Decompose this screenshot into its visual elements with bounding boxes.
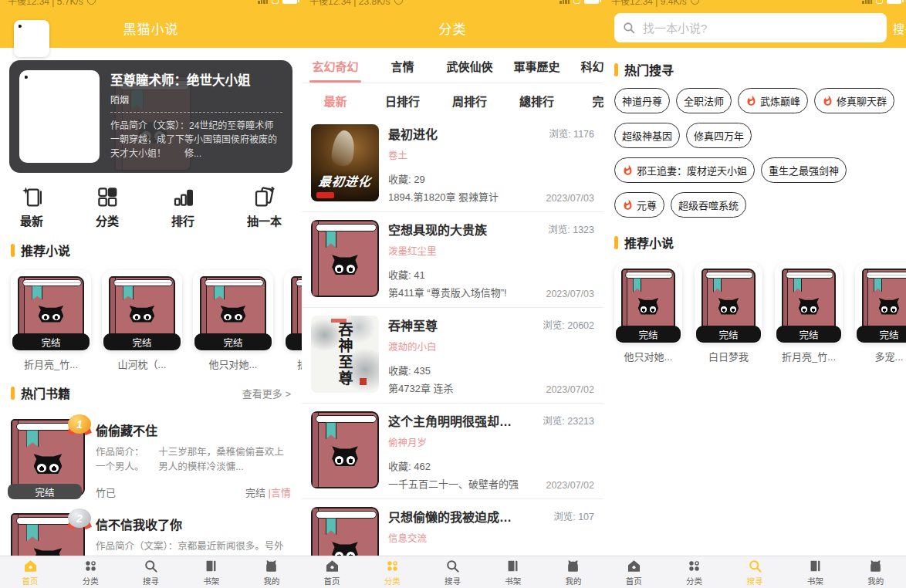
recommended-book-card[interactable]: 完结 折月亮_竹... bbox=[284, 270, 302, 371]
views-count: 浏览: 107 bbox=[553, 509, 594, 523]
sort-tab[interactable]: 周排行 bbox=[436, 83, 503, 117]
flame-icon bbox=[622, 199, 634, 211]
see-more-link[interactable]: 查看更多 > bbox=[242, 386, 291, 400]
search-input[interactable] bbox=[641, 21, 879, 35]
genre-tab[interactable]: 武俠仙俠 bbox=[436, 48, 503, 83]
search-box[interactable] bbox=[614, 13, 887, 42]
search-tag[interactable]: 超级神基因 bbox=[614, 123, 680, 148]
recommended-book-card[interactable]: 完结 多宠... bbox=[855, 262, 906, 363]
bottom-nav: 首页 分类 搜寻 书架 我的 bbox=[0, 556, 302, 588]
latest-chapter: 第4732章 连杀 bbox=[388, 380, 519, 395]
book-list-row[interactable]: 最初进化 最初进化 最初进化 卷土 收藏: 29 1894.第1820章 狠辣算… bbox=[302, 117, 603, 212]
nav-item[interactable]: 分类 bbox=[362, 556, 422, 588]
search-tag[interactable]: 超级吞噬系统 bbox=[671, 192, 746, 218]
nav-item[interactable]: 搜寻 bbox=[120, 556, 181, 588]
recommended-book-card[interactable]: 完结 他只对她... bbox=[193, 270, 273, 371]
recommended-book-card[interactable]: 完结 他只对她... bbox=[614, 262, 682, 363]
book-list-row[interactable]: 吞神至尊 吞神至尊 吞神至尊 渡劫的小白 收藏: 435 第4732章 连杀 浏… bbox=[302, 308, 603, 404]
nav-item[interactable]: 分类 bbox=[60, 556, 120, 588]
nav-item-label: 我的 bbox=[867, 575, 884, 586]
search-tag[interactable]: 修真聊天群 bbox=[814, 88, 894, 113]
genre-tab[interactable]: 玄幻奇幻 bbox=[302, 48, 369, 83]
recommended-books-row: 完结 折月亮_竹... 完结 山河枕（... bbox=[0, 267, 302, 371]
quick-nav-item[interactable]: 分类 bbox=[96, 185, 119, 228]
quick-nav-item[interactable]: 排行 bbox=[171, 185, 194, 228]
home-icon bbox=[23, 559, 38, 573]
section-accent-bar bbox=[11, 387, 15, 400]
search-tag-label: 修真四万年 bbox=[694, 128, 744, 143]
search-tag[interactable]: 元尊 bbox=[614, 192, 664, 218]
nav-item[interactable]: 书架 bbox=[483, 556, 543, 588]
bookmark-icon bbox=[26, 430, 39, 447]
section-header-recommended: 推荐小说 bbox=[614, 233, 895, 252]
genre-tab[interactable]: 科幻未來 bbox=[570, 48, 603, 83]
featured-book-card[interactable]: 至尊瞳术师：绝世大小姐 陌烟 作品简介（文案）：24世纪的至尊瞳术师一朝穿越，成… bbox=[9, 60, 292, 173]
nav-item[interactable]: 首页 bbox=[603, 556, 664, 588]
section-header-hot: 热门书籍 查看更多 > bbox=[11, 384, 291, 402]
status-badge: 完结 bbox=[103, 333, 181, 350]
quick-nav-item[interactable]: 最新 bbox=[20, 185, 43, 228]
status-bar: 午後12:34 | 23.8K/s bbox=[302, 0, 603, 8]
category-dots-icon bbox=[687, 559, 701, 573]
book-author: 渡劫的小白 bbox=[388, 339, 519, 353]
random-book-icon bbox=[252, 185, 276, 208]
nav-item[interactable]: 搜寻 bbox=[725, 556, 785, 588]
section-header-recommended: 推荐小说 bbox=[11, 241, 291, 259]
search-tag[interactable]: 重生之最强剑神 bbox=[761, 157, 847, 183]
sort-tab[interactable]: 日排行 bbox=[369, 83, 436, 117]
favorites-count: 收藏: 435 bbox=[388, 363, 519, 377]
nav-item-label: 首页 bbox=[22, 575, 39, 586]
quick-nav-item[interactable]: 抽一本 bbox=[247, 185, 282, 228]
recommended-book-card[interactable]: 完结 山河枕（... bbox=[102, 270, 182, 371]
nav-item[interactable]: 我的 bbox=[543, 556, 603, 588]
nav-item[interactable]: 分类 bbox=[664, 556, 724, 588]
book-list-row[interactable]: 空想具现的大贵族 泼墨红尘里 收藏: 41 第411章 “尊贵版入场信物”! 浏… bbox=[302, 212, 603, 308]
quick-nav-label: 最新 bbox=[20, 212, 43, 228]
section-accent-bar bbox=[614, 236, 618, 249]
nav-item[interactable]: 搜寻 bbox=[422, 556, 482, 588]
cat-book-cover bbox=[862, 269, 906, 333]
hot-book-item[interactable]: 完结 1 偷偷藏不住 作品简介： 十三岁那年，桑稚偷偷喜欢上一个男人。 男人的模… bbox=[0, 410, 302, 504]
search-tag[interactable]: 神道丹尊 bbox=[614, 88, 670, 113]
nav-item-label: 搜寻 bbox=[143, 575, 159, 586]
recommended-book-card[interactable]: 完结 白日梦我 bbox=[695, 262, 762, 363]
search-icon bbox=[622, 21, 636, 35]
nav-item[interactable]: 首页 bbox=[0, 556, 60, 588]
bookmark-icon bbox=[20, 26, 22, 28]
genre-tab[interactable]: 軍事歷史 bbox=[503, 48, 570, 83]
bookmark-icon bbox=[26, 77, 28, 79]
nav-item[interactable]: 书架 bbox=[785, 556, 845, 588]
network-icon bbox=[573, 0, 580, 4]
book-list-row[interactable]: 这个主角明明很强却异常... 偷神月岁 收藏: 462 一千五百二十一、破壁者的… bbox=[302, 404, 603, 499]
search-screen: 午後12:34 | 9.4K/s 搜寻 热门搜寻 bbox=[603, 0, 906, 588]
cat-book-cover bbox=[782, 269, 836, 333]
info-icon bbox=[691, 0, 699, 5]
search-tag[interactable]: 邪王追妻：废材逆天小姐 bbox=[614, 157, 755, 183]
bookmark-icon bbox=[123, 286, 134, 299]
search-submit-button[interactable]: 搜寻 bbox=[887, 20, 906, 36]
cat-face-icon bbox=[221, 306, 246, 323]
recommended-book-card[interactable]: 完结 折月亮_竹... bbox=[11, 270, 91, 371]
cat-face-icon bbox=[34, 454, 63, 474]
book-title: 折月亮_竹... bbox=[11, 357, 91, 371]
search-tag[interactable]: 修真四万年 bbox=[686, 123, 752, 148]
flame-icon bbox=[745, 95, 757, 106]
search-tag-label: 重生之最强剑神 bbox=[769, 163, 839, 177]
search-tag[interactable]: 武炼巅峰 bbox=[738, 88, 808, 113]
bookmark-icon bbox=[793, 278, 802, 292]
recommended-book-card[interactable]: 完结 折月亮_竹... bbox=[775, 262, 843, 363]
bookshelf-icon bbox=[505, 559, 520, 573]
nav-item[interactable]: 书架 bbox=[181, 556, 242, 588]
views-count: 浏览: 23213 bbox=[543, 413, 594, 427]
sort-tab[interactable]: 總排行 bbox=[503, 83, 570, 117]
nav-item[interactable]: 首页 bbox=[302, 556, 362, 588]
network-icon bbox=[272, 0, 279, 4]
genre-tab[interactable]: 言情 bbox=[369, 48, 436, 83]
nav-item[interactable]: 我的 bbox=[242, 556, 302, 588]
category-dots-icon bbox=[83, 559, 98, 573]
sort-tab[interactable]: 完本 bbox=[570, 83, 603, 117]
sort-tab[interactable]: 最新 bbox=[302, 83, 369, 117]
nav-item[interactable]: 我的 bbox=[846, 556, 906, 588]
ranking-icon bbox=[171, 185, 194, 208]
search-tag[interactable]: 全职法师 bbox=[676, 88, 732, 113]
